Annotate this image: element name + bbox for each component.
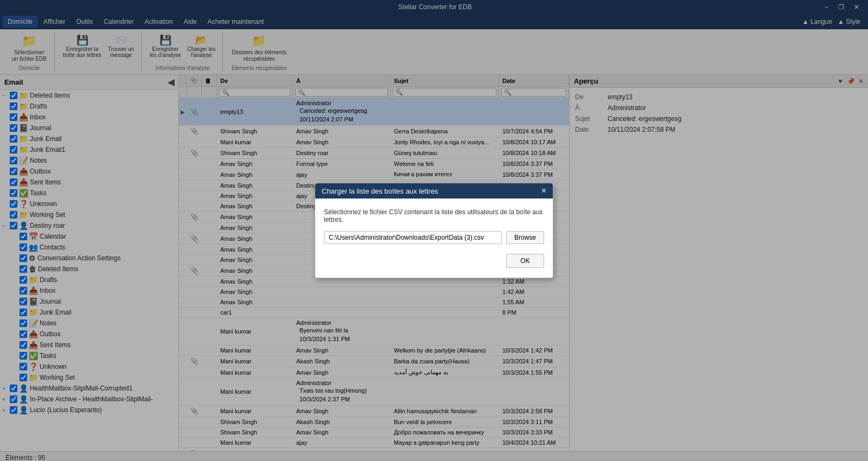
dialog-ok-button[interactable]: OK	[506, 254, 544, 268]
dialog-body: Sélectionnez le fichier CSV contenant la…	[315, 199, 553, 278]
dialog-description: Sélectionnez le fichier CSV contenant la…	[324, 208, 544, 223]
dialog-csv-input[interactable]	[324, 231, 502, 244]
dialog: Charger la liste des boîtes aux lettres …	[315, 183, 553, 278]
dialog-input-row: Browse	[324, 231, 544, 244]
dialog-overlay: Charger la liste des boîtes aux lettres …	[0, 0, 868, 461]
dialog-browse-button[interactable]: Browse	[506, 231, 544, 244]
dialog-close-button[interactable]: ×	[541, 187, 546, 195]
dialog-title: Charger la liste des boîtes aux lettres	[322, 187, 438, 195]
dialog-btn-row: OK	[324, 254, 544, 268]
dialog-title-bar: Charger la liste des boîtes aux lettres …	[315, 183, 553, 199]
